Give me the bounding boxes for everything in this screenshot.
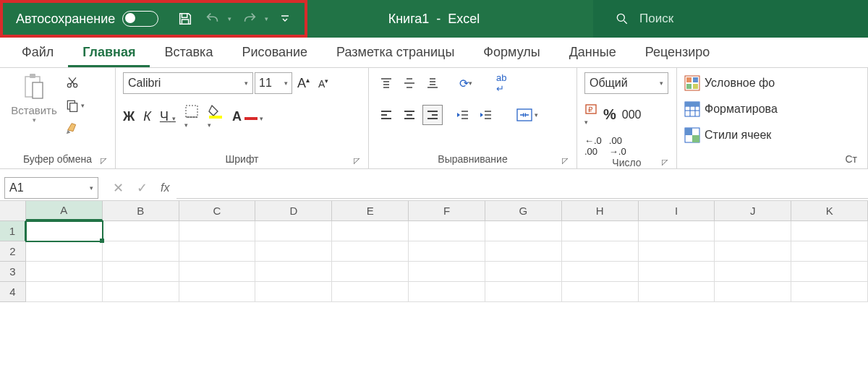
- cell[interactable]: [485, 221, 562, 241]
- column-header[interactable]: F: [409, 201, 485, 220]
- decrease-decimal-icon[interactable]: .00→.0: [609, 135, 626, 157]
- align-middle-icon[interactable]: [399, 73, 420, 93]
- autosave-toggle[interactable]: [122, 11, 158, 27]
- enter-formula-icon[interactable]: ✓: [137, 180, 148, 196]
- cell[interactable]: [332, 241, 409, 262]
- align-bottom-icon[interactable]: [422, 73, 443, 93]
- cell[interactable]: [332, 282, 409, 302]
- increase-decimal-icon[interactable]: ←.0.00: [584, 135, 602, 157]
- cell[interactable]: [485, 282, 562, 302]
- cell[interactable]: [562, 221, 639, 241]
- cell[interactable]: [26, 282, 103, 302]
- number-format-select[interactable]: Общий▾: [584, 72, 668, 94]
- row-header[interactable]: 4: [0, 282, 26, 302]
- column-header[interactable]: E: [332, 201, 409, 220]
- increase-font-icon[interactable]: A▴: [294, 76, 313, 91]
- tab-data[interactable]: Данные: [555, 39, 631, 67]
- cell[interactable]: [409, 282, 485, 302]
- cell[interactable]: [255, 262, 332, 282]
- column-header[interactable]: K: [791, 201, 868, 220]
- cell[interactable]: [562, 282, 639, 302]
- dialog-launcher-icon[interactable]: ◸: [562, 156, 568, 166]
- cell[interactable]: [255, 282, 332, 302]
- align-left-icon[interactable]: [376, 105, 396, 125]
- font-color-button[interactable]: A ▾: [232, 109, 263, 124]
- percent-format-icon[interactable]: %: [603, 106, 616, 123]
- format-painter-button[interactable]: [65, 120, 85, 137]
- column-header[interactable]: I: [639, 201, 715, 220]
- font-size-select[interactable]: 11▾: [255, 72, 292, 94]
- cell[interactable]: [103, 262, 179, 282]
- align-top-icon[interactable]: [376, 73, 396, 93]
- dialog-launcher-icon[interactable]: ◸: [662, 158, 668, 167]
- select-all-corner[interactable]: [0, 201, 26, 220]
- cell[interactable]: [639, 241, 715, 262]
- increase-indent-icon[interactable]: [476, 105, 496, 125]
- cell[interactable]: [332, 221, 409, 241]
- dialog-launcher-icon[interactable]: ◸: [354, 156, 359, 166]
- tab-home[interactable]: Главная: [68, 39, 150, 67]
- cell[interactable]: [791, 262, 868, 282]
- column-header[interactable]: J: [715, 201, 791, 220]
- cell[interactable]: [255, 241, 332, 262]
- decrease-indent-icon[interactable]: [453, 105, 473, 125]
- decrease-font-icon[interactable]: A▾: [315, 77, 332, 90]
- cell[interactable]: [103, 282, 179, 302]
- paste-button[interactable]: Вставить ▾: [7, 72, 61, 124]
- formula-bar-input[interactable]: [176, 177, 868, 199]
- cell[interactable]: [409, 221, 485, 241]
- cell[interactable]: [485, 241, 562, 262]
- cell[interactable]: [715, 262, 791, 282]
- column-header[interactable]: B: [103, 201, 179, 220]
- cell-styles-button[interactable]: Стили ячеек: [684, 124, 771, 146]
- accounting-format-icon[interactable]: ₽▾: [584, 103, 597, 127]
- name-box[interactable]: A1 ▾: [4, 177, 98, 199]
- column-header[interactable]: C: [179, 201, 256, 220]
- cell[interactable]: [791, 282, 868, 302]
- cell[interactable]: [26, 241, 103, 262]
- row-header[interactable]: 2: [0, 241, 26, 262]
- cell-a1[interactable]: [26, 221, 103, 241]
- tab-page-layout[interactable]: Разметка страницы: [322, 39, 469, 67]
- column-header[interactable]: A: [26, 201, 103, 220]
- cell[interactable]: [26, 262, 103, 282]
- cell[interactable]: [715, 241, 791, 262]
- dialog-launcher-icon[interactable]: ◸: [101, 156, 106, 166]
- italic-button[interactable]: К: [143, 109, 151, 124]
- row-header[interactable]: 1: [0, 221, 26, 241]
- cell[interactable]: [179, 241, 256, 262]
- align-right-icon[interactable]: [422, 105, 443, 125]
- cell[interactable]: [791, 221, 868, 241]
- underline-button[interactable]: Ч ▾: [160, 109, 176, 124]
- search-box[interactable]: Поиск: [593, 0, 868, 38]
- cell[interactable]: [179, 262, 256, 282]
- tab-draw[interactable]: Рисование: [227, 39, 322, 67]
- cell[interactable]: [562, 262, 639, 282]
- undo-dropdown-icon[interactable]: ▾: [228, 15, 231, 22]
- cell[interactable]: [179, 221, 256, 241]
- merge-center-button[interactable]: ▾: [516, 108, 538, 121]
- cell[interactable]: [639, 221, 715, 241]
- undo-icon[interactable]: [205, 11, 221, 27]
- cell[interactable]: [409, 262, 485, 282]
- cut-button[interactable]: [65, 74, 85, 91]
- cell[interactable]: [791, 241, 868, 262]
- cell[interactable]: [103, 221, 179, 241]
- tab-insert[interactable]: Вставка: [150, 39, 227, 67]
- cell[interactable]: [715, 282, 791, 302]
- tab-file[interactable]: Файл: [7, 39, 68, 67]
- cell[interactable]: [639, 282, 715, 302]
- format-as-table-button[interactable]: Форматирова: [684, 98, 778, 120]
- cell[interactable]: [639, 262, 715, 282]
- comma-format-icon[interactable]: 000: [622, 108, 642, 121]
- cell[interactable]: [562, 241, 639, 262]
- bold-button[interactable]: Ж: [123, 109, 135, 124]
- cancel-formula-icon[interactable]: ✕: [113, 180, 124, 196]
- conditional-formatting-button[interactable]: Условное фо: [684, 72, 775, 94]
- cell[interactable]: [103, 241, 179, 262]
- cell[interactable]: [715, 221, 791, 241]
- align-center-icon[interactable]: [399, 105, 420, 125]
- fx-icon[interactable]: fx: [161, 181, 169, 194]
- column-header[interactable]: G: [485, 201, 562, 220]
- cell[interactable]: [485, 262, 562, 282]
